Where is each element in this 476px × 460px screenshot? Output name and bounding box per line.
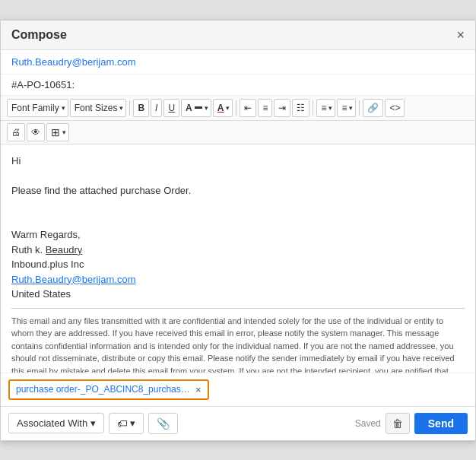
align-justify-icon: ☷ <box>297 103 305 113</box>
align-left-icon: ⇤ <box>244 103 252 113</box>
tag-chevron: ▾ <box>130 417 135 429</box>
body-email-link: Ruth.Beaudry@berijam.com <box>11 272 465 287</box>
toolbar-sep-4 <box>359 100 360 116</box>
font-color-swatch <box>195 106 202 109</box>
attach-file-button[interactable]: 📎 <box>148 413 178 434</box>
toolbar-sep-2 <box>236 100 236 116</box>
associated-with-label: Associated With <box>17 417 87 429</box>
align-left-button[interactable]: ⇤ <box>240 99 256 117</box>
table-icon: ⊞ <box>51 126 60 138</box>
body-area: Hi Please find the attached purchase Ord… <box>1 144 475 373</box>
highlight-icon: A <box>217 103 224 113</box>
preview-button[interactable]: 👁 <box>27 123 45 141</box>
compose-header: Compose × <box>1 21 475 50</box>
body-email-anchor: Ruth.Beaudry@berijam.com <box>11 274 135 285</box>
code-icon: <> <box>389 103 400 113</box>
toolbar-sep-1 <box>129 100 130 116</box>
name-text: Ruth k. <box>11 244 46 255</box>
list-ol-icon: ≡ <box>341 103 347 113</box>
tag-icon: 🏷 <box>117 417 128 430</box>
compose-title: Compose <box>11 28 67 42</box>
underline-button[interactable]: U <box>163 99 179 117</box>
highlight-chevron: ▾ <box>226 104 230 112</box>
italic-button[interactable]: I <box>151 99 162 117</box>
compose-subject: #A-PO-10651: <box>1 75 475 96</box>
eye-icon: 👁 <box>31 127 40 138</box>
underline-icon: U <box>168 103 175 113</box>
toolbar-row1: Font Family ▾ Font Sizes ▾ B I U A ▾ A ▾… <box>1 96 475 121</box>
toolbar-row2: 🖨 👁 ⊞ ▾ <box>1 121 475 144</box>
italic-icon: I <box>155 103 157 113</box>
body-warm-regards: Warm Regards, <box>11 227 465 243</box>
list-ul-button[interactable]: ≡ ▾ <box>316 99 335 117</box>
font-family-button[interactable]: Font Family ▾ <box>7 99 68 117</box>
body-divider <box>11 308 465 309</box>
table-button[interactable]: ⊞ ▾ <box>46 123 69 141</box>
compose-to: Ruth.Beaudry@berijam.com <box>1 50 475 75</box>
body-name: Ruth k. Beaudry <box>11 243 465 258</box>
paperclip-icon: 📎 <box>157 417 170 430</box>
highlight-button[interactable]: A ▾ <box>213 99 233 117</box>
align-center-icon: ≡ <box>262 103 268 113</box>
body-country: United States <box>11 287 465 302</box>
font-sizes-chevron: ▾ <box>119 104 123 112</box>
font-color-button[interactable]: A ▾ <box>181 99 211 117</box>
list-ol-button[interactable]: ≡ ▾ <box>337 99 356 117</box>
name-underline: Beaudry <box>46 244 82 255</box>
font-color-chevron: ▾ <box>205 104 208 112</box>
align-center-button[interactable]: ≡ <box>258 99 272 117</box>
font-color-icon: A <box>186 103 192 113</box>
saved-status: Saved <box>355 418 381 429</box>
attachment-filename: purchase order-_PO_ABCINC8_purchaseOr... <box>16 384 191 395</box>
code-button[interactable]: <> <box>385 99 405 117</box>
body-line2: Please find the attached purchase Order. <box>11 183 465 198</box>
align-right-button[interactable]: ⇥ <box>274 99 290 117</box>
bold-button[interactable]: B <box>133 99 149 117</box>
font-family-label: Font Family <box>11 103 59 113</box>
font-sizes-button[interactable]: Font Sizes ▾ <box>70 99 127 117</box>
bold-icon: B <box>138 103 144 113</box>
font-family-chevron: ▾ <box>62 104 65 112</box>
attachment-area: purchase order-_PO_ABCINC8_purchaseOr...… <box>1 373 475 406</box>
print-icon: 🖨 <box>11 127 21 138</box>
associated-with-chevron: ▾ <box>90 417 96 429</box>
toolbar-sep-3 <box>313 100 313 116</box>
tag-button[interactable]: 🏷 ▾ <box>109 413 144 434</box>
link-button[interactable]: 🔗 <box>363 99 383 117</box>
associated-with-button[interactable]: Associated With ▾ <box>8 413 104 433</box>
align-right-icon: ⇥ <box>278 103 286 113</box>
disclaimer-text: This email and any files transmitted wit… <box>11 315 465 373</box>
link-icon: 🔗 <box>367 103 379 113</box>
send-button[interactable]: Send <box>414 413 468 434</box>
close-button[interactable]: × <box>456 28 465 42</box>
align-justify-button[interactable]: ☷ <box>292 99 309 117</box>
discard-button[interactable]: 🗑 <box>386 413 410 434</box>
body-company: Inbound.plus Inc <box>11 257 465 272</box>
trash-icon: 🗑 <box>392 417 403 430</box>
attachment-close-button[interactable]: × <box>195 384 202 395</box>
to-address: Ruth.Beaudry@berijam.com <box>11 56 135 68</box>
body-hi: Hi <box>11 154 465 169</box>
attachment-chip: purchase order-_PO_ABCINC8_purchaseOr...… <box>8 379 209 400</box>
compose-window: Compose × Ruth.Beaudry@berijam.com #A-PO… <box>0 20 476 441</box>
list-ul-icon: ≡ <box>321 103 326 113</box>
footer-bar: Associated With ▾ 🏷 ▾ 📎 Saved 🗑 Send <box>1 406 475 440</box>
print-button[interactable]: 🖨 <box>7 123 25 141</box>
subject-text: #A-PO-10651: <box>11 79 75 90</box>
font-sizes-label: Font Sizes <box>75 103 118 113</box>
